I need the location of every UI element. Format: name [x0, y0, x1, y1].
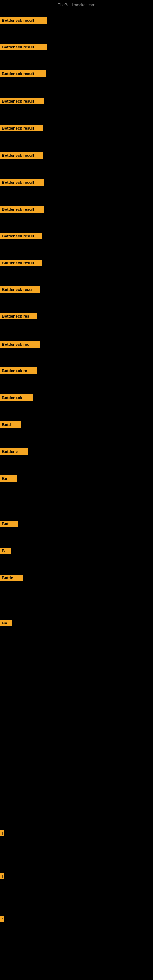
bottleneck-badge-17: Bottlene — [0, 449, 28, 455]
bottleneck-badge-10: Bottleneck result — [0, 260, 41, 266]
bottleneck-badge-6: Bottleneck result — [0, 152, 43, 159]
bottleneck-badge-25: ↑ — [0, 916, 4, 922]
bottleneck-badge-21: Bottle — [0, 574, 23, 581]
bottleneck-badge-12: Bottleneck res — [0, 313, 37, 320]
bottleneck-badge-4: Bottleneck result — [0, 98, 44, 105]
bottleneck-badge-16: Bottl — [0, 422, 21, 428]
bottleneck-badge-1: Bottleneck result — [0, 17, 47, 24]
bottleneck-badge-18: Bo — [0, 475, 17, 482]
bottleneck-badge-5: Bottleneck result — [0, 125, 43, 131]
bottleneck-badge-14: Bottleneck re — [0, 368, 37, 374]
bottleneck-badge-2: Bottleneck result — [0, 44, 46, 50]
bottleneck-badge-11: Bottleneck resu — [0, 286, 40, 293]
bottleneck-badge-19: Bot — [0, 520, 18, 527]
bottleneck-badge-23: | — [0, 830, 4, 836]
bottleneck-badge-9: Bottleneck result — [0, 233, 42, 239]
bottleneck-badge-15: Bottleneck — [0, 395, 33, 401]
bottleneck-badge-24: | — [0, 873, 4, 879]
bottleneck-badge-13: Bottleneck res — [0, 341, 40, 348]
bottleneck-badge-3: Bottleneck result — [0, 70, 46, 77]
bottleneck-badge-8: Bottleneck result — [0, 206, 44, 213]
site-title: TheBottlenecker.com — [58, 2, 95, 7]
bottleneck-badge-20: B — [0, 547, 11, 554]
bottleneck-badge-22: Bo — [0, 620, 12, 626]
bottleneck-badge-7: Bottleneck result — [0, 179, 44, 186]
